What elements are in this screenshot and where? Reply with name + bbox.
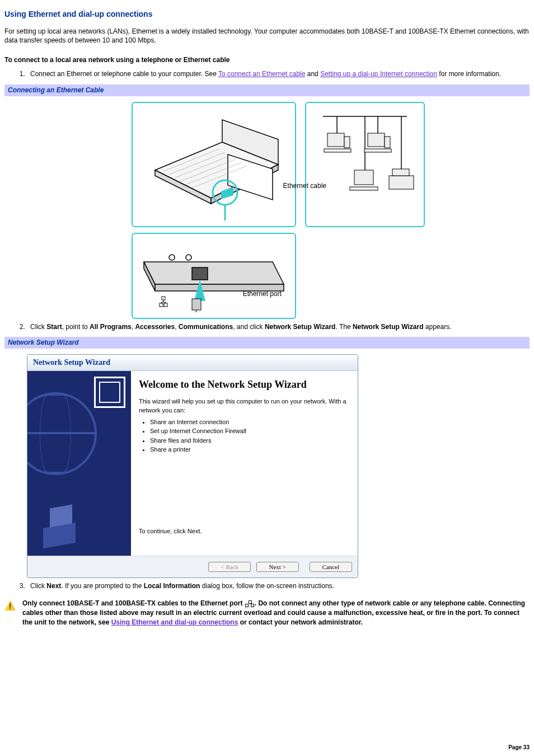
svg-rect-23 [392, 169, 409, 176]
wizard-heading: Welcome to the Network Setup Wizard [139, 379, 348, 391]
label-ethernet-cable: Ethernet cable [283, 181, 326, 191]
wizard-sidebar-graphic [27, 371, 131, 556]
ethernet-port-icon [245, 600, 255, 607]
step-3: Click Next. If you are prompted to the L… [27, 581, 530, 591]
wizard-desc: This wizard will help you set up this co… [139, 397, 348, 415]
page-title: Using Ethernet and dial-up connections [4, 9, 530, 20]
step-1: Connect an Ethernet or telephone cable t… [27, 69, 530, 79]
figure1: Ethernet cable [4, 102, 530, 319]
back-button: < Back [208, 562, 251, 572]
link-connect-ethernet[interactable]: To connect an Ethernet cable [218, 70, 305, 78]
step-2: Click Start, point to All Programs, Acce… [27, 322, 530, 332]
link-using-ethernet[interactable]: Using Ethernet and dial-up connections [111, 618, 238, 626]
svg-rect-19 [364, 149, 391, 152]
svg-rect-31 [164, 303, 167, 307]
wizard-continue: To continue, click Next. [139, 527, 348, 536]
warning-block: ⚠️ Only connect 10BASE-T and 100BASE-TX … [4, 599, 530, 627]
warning-icon: ⚠️ [4, 600, 16, 612]
label-ethernet-port: Ethernet port [243, 289, 282, 299]
svg-rect-18 [385, 137, 390, 148]
svg-point-26 [186, 255, 191, 260]
subheading: To connect to a local area network using… [4, 55, 530, 65]
intro-text: For setting up local area networks (LANs… [4, 27, 530, 46]
svg-rect-15 [344, 137, 350, 148]
figure2-caption: Network Setup Wizard [4, 337, 530, 349]
link-dialup-setup[interactable]: Setting up a dial-up Internet connection [320, 70, 437, 78]
svg-rect-16 [324, 149, 351, 152]
svg-rect-14 [327, 133, 344, 147]
svg-rect-30 [160, 303, 163, 307]
svg-rect-28 [192, 299, 201, 310]
svg-rect-17 [368, 133, 385, 147]
next-button[interactable]: Next > [256, 562, 299, 572]
svg-rect-24 [192, 267, 208, 280]
svg-point-25 [169, 255, 175, 260]
cancel-button[interactable]: Cancel [310, 562, 352, 572]
svg-rect-22 [389, 176, 414, 189]
svg-rect-20 [354, 170, 373, 185]
wizard-titlebar: Network Setup Wizard [27, 355, 358, 371]
svg-rect-21 [350, 187, 378, 190]
wizard-dialog: Network Setup Wizard Welcome to the Netw… [27, 354, 358, 578]
svg-rect-29 [162, 297, 165, 300]
figure1-caption: Connecting an Ethernet Cable [4, 84, 530, 96]
wizard-bullets: Share an Internet connection Set up Inte… [142, 418, 348, 454]
